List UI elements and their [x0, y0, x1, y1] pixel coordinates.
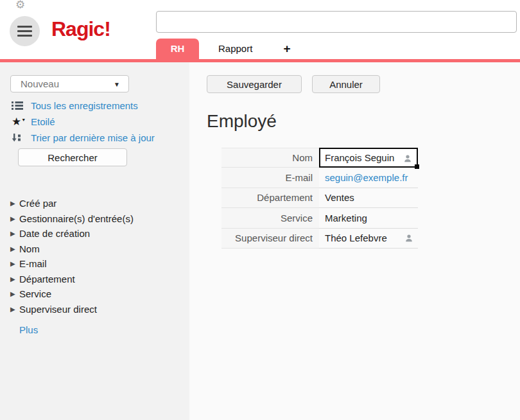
chevron-right-icon: ▶ [10, 230, 19, 237]
sort-icon [12, 133, 31, 143]
settings-gear-icon[interactable]: ⚙ [15, 0, 25, 11]
chevron-right-icon: ▶ [10, 306, 19, 313]
filter-direct-supervisor[interactable]: ▶ Superviseur direct [10, 302, 134, 317]
global-search-input[interactable] [156, 11, 517, 33]
filter-email[interactable]: ▶ E-mail [10, 256, 134, 272]
employee-form-table: Nom François Seguin E-mail seguin@exempl… [221, 148, 418, 249]
chevron-right-icon: ▶ [10, 200, 19, 207]
tab-add-button[interactable]: + [272, 39, 302, 59]
field-label: Département [221, 188, 319, 208]
hamburger-menu-button[interactable] [10, 16, 40, 46]
email-link[interactable]: seguin@exemple.fr [325, 172, 408, 183]
sidebar-links: Tous les enregistrements ★▼ Etoilé [12, 98, 155, 146]
field-label: Superviseur direct [221, 229, 319, 249]
cancel-button[interactable]: Annuler [312, 75, 380, 93]
sheet-tabs: RH Rapport + [156, 39, 302, 59]
save-button[interactable]: Sauvegarder [207, 75, 302, 93]
chevron-right-icon: ▶ [10, 215, 19, 222]
form-row-service: Service Marketing [221, 208, 418, 228]
person-icon [404, 234, 413, 245]
chevron-right-icon: ▶ [10, 290, 19, 297]
tab-rh[interactable]: RH [156, 39, 199, 59]
sidebar-item-all-records[interactable]: Tous les enregistrements [12, 98, 155, 114]
ragic-app: ⚙ Ragic! RH Rapport + Nouveau ▼ [0, 0, 520, 420]
sidebar-item-label: Etoilé [31, 116, 55, 127]
tab-rapport[interactable]: Rapport [199, 39, 272, 59]
sidebar-item-sort-last-updated[interactable]: Trier par dernière mise à jour [12, 130, 155, 146]
form-row-departement: Département Ventes [221, 188, 418, 208]
filter-created-by[interactable]: ▶ Créé par [10, 196, 134, 211]
person-icon [403, 154, 412, 165]
sidebar: Nouveau ▼ Tous les enregistrements [0, 62, 189, 420]
sidebar-item-label: Trier par dernière mise à jour [31, 132, 155, 143]
form-row-nom: Nom François Seguin [221, 148, 418, 168]
field-value-nom[interactable]: François Seguin [319, 148, 418, 168]
filter-service[interactable]: ▶ Service [10, 286, 134, 302]
list-icon [12, 101, 31, 110]
sidebar-item-starred[interactable]: ★▼ Etoilé [12, 114, 155, 130]
new-record-dropdown[interactable]: Nouveau ▼ [10, 75, 129, 92]
filter-department[interactable]: ▶ Département [10, 272, 134, 287]
search-button[interactable]: Rechercher [18, 148, 127, 166]
form-title: Employé [207, 111, 277, 132]
sidebar-item-label: Tous les enregistrements [31, 100, 138, 111]
filter-entry-managers[interactable]: ▶ Gestionnaire(s) d'entrée(s) [10, 211, 134, 227]
field-value-superviseur[interactable]: Théo Lefebvre [319, 229, 418, 249]
form-row-superviseur: Superviseur direct Théo Lefebvre [221, 229, 418, 249]
chevron-right-icon: ▶ [10, 245, 19, 252]
chevron-down-icon: ▼ [114, 76, 120, 92]
field-label: Service [221, 208, 319, 228]
field-value-departement[interactable]: Ventes [319, 188, 418, 208]
field-value-email[interactable]: seguin@exemple.fr [319, 168, 418, 188]
field-value-service[interactable]: Marketing [319, 208, 418, 228]
ragic-logo[interactable]: Ragic! [51, 17, 110, 41]
filter-creation-date[interactable]: ▶ Date de création [10, 226, 134, 241]
header: ⚙ Ragic! RH Rapport + [0, 0, 520, 59]
chevron-right-icon: ▶ [10, 260, 19, 267]
filter-list: ▶ Créé par ▶ Gestionnaire(s) d'entrée(s)… [10, 196, 134, 317]
filter-name[interactable]: ▶ Nom [10, 241, 134, 257]
hamburger-icon [17, 26, 32, 28]
more-filters-link[interactable]: Plus [19, 324, 38, 335]
field-label: E-mail [221, 168, 319, 188]
new-record-label: Nouveau [21, 78, 59, 89]
form-row-email: E-mail seguin@exemple.fr [221, 168, 418, 188]
main-content: Sauvegarder Annuler Employé Nom François… [189, 62, 520, 420]
star-icon: ★▼ [12, 116, 31, 127]
field-label: Nom [221, 148, 319, 168]
chevron-right-icon: ▶ [10, 276, 19, 283]
